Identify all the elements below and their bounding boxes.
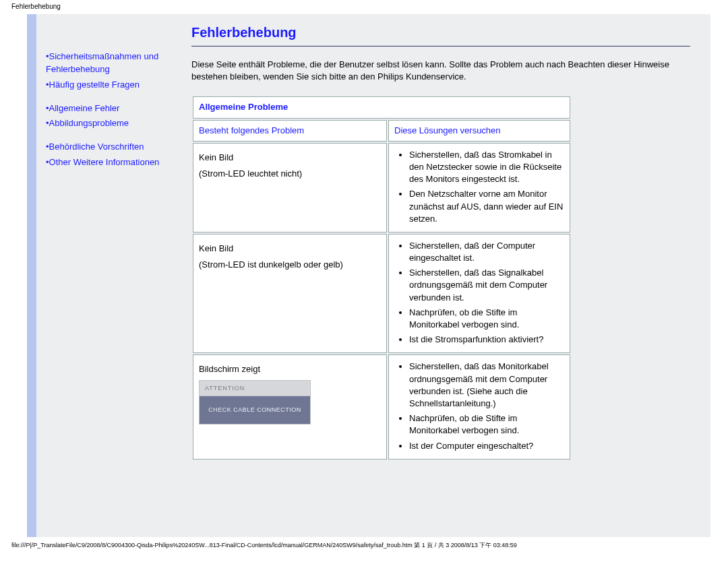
intro-paragraph: Diese Seite enthält Probleme, die der Be… <box>191 59 690 83</box>
solution-item: Ist die Stromsparfunktion aktiviert? <box>409 334 564 346</box>
sidebar-nav: •Sicherheitsmaßnahmen und Fehlerbehebung… <box>46 48 187 172</box>
solution-item: Sicherstellen, daß das Stromkabel in den… <box>409 149 564 186</box>
table-row: Kein Bild (Strom-LED ist dunkelgelb oder… <box>193 234 570 354</box>
sidebar-item-regulatory[interactable]: •Behördliche Vorschriften <box>46 141 187 154</box>
sidebar-item-other-info[interactable]: •Other Weitere Informationen <box>46 156 187 169</box>
title-divider <box>191 46 690 46</box>
page-title: Fehlerbehebung <box>191 25 690 40</box>
sidebar-item-label: Häufig gestellte Fragen <box>49 80 140 90</box>
solution-cell: Sicherstellen, daß das Monitorkabel ordn… <box>388 354 570 459</box>
problem-text: (Strom-LED ist dunkelgelb oder gelb) <box>199 259 381 271</box>
table-col-head-solution: Diese Lösungen versuchen <box>388 120 570 142</box>
solution-item: Den Netzschalter vorne am Monitor zunäch… <box>409 188 564 225</box>
table-section-title: Allgemeine Probleme <box>193 96 570 118</box>
sidebar-item-safety[interactable]: •Sicherheitsmaßnahmen und Fehlerbehebung <box>46 51 187 76</box>
sidebar-item-label: Sicherheitsmaßnahmen und Fehlerbehebung <box>46 51 158 74</box>
page-body: •Sicherheitsmaßnahmen und Fehlerbehebung… <box>36 14 710 537</box>
solution-item: Sicherstellen, daß der Computer eingesch… <box>409 240 564 264</box>
problem-cell: Kein Bild (Strom-LED ist dunkelgelb oder… <box>193 234 387 354</box>
footer-path: file:///P|/P_TranslateFile/C9/2008/8/C90… <box>0 537 728 554</box>
osd-attention-box: ATTENTION CHECK CABLE CONNECTION <box>199 380 311 425</box>
problems-table: Allgemeine Probleme Besteht folgendes Pr… <box>191 95 572 460</box>
osd-attention-header: ATTENTION <box>199 380 311 396</box>
main-content: Fehlerbehebung Diese Seite enthält Probl… <box>191 25 690 461</box>
solution-item: Sicherstellen, daß das Monitorkabel ordn… <box>409 361 564 410</box>
solution-cell: Sicherstellen, daß das Stromkabel in den… <box>388 143 570 232</box>
problem-text: (Strom-LED leuchtet nicht) <box>199 168 381 180</box>
problem-cell: Kein Bild (Strom-LED leuchtet nicht) <box>193 143 387 232</box>
osd-attention-message: CHECK CABLE CONNECTION <box>199 396 311 425</box>
table-row: Bildschirm zeigt ATTENTION CHECK CABLE C… <box>193 354 570 459</box>
sidebar-item-image-problems[interactable]: •Abbildungsprobleme <box>46 117 187 130</box>
page-header-title: Fehlerbehebung <box>0 0 728 10</box>
problem-text: Kein Bild <box>199 243 381 255</box>
solution-cell: Sicherstellen, daß der Computer eingesch… <box>388 234 570 354</box>
left-accent-strip <box>27 14 36 537</box>
table-col-head-problem: Besteht folgendes Problem <box>193 120 387 142</box>
solution-item: Nachprüfen, ob die Stifte im Monitorkabe… <box>409 412 564 437</box>
sidebar-item-label: Behördliche Vorschriften <box>49 142 144 152</box>
sidebar-item-general-errors[interactable]: •Allgemeine Fehler <box>46 102 187 115</box>
solution-item: Sicherstellen, daß das Signalkabel ordnu… <box>409 267 564 304</box>
sidebar-item-label: Abbildungsprobleme <box>49 118 129 128</box>
problem-text: Bildschirm zeigt <box>199 363 381 375</box>
sidebar-item-label: Other Weitere Informationen <box>49 157 160 167</box>
solution-item: Nachprüfen, ob die Stifte im Monitorkabe… <box>409 307 564 331</box>
problem-cell: Bildschirm zeigt ATTENTION CHECK CABLE C… <box>193 354 387 459</box>
sidebar-item-label: Allgemeine Fehler <box>49 103 120 113</box>
table-row: Kein Bild (Strom-LED leuchtet nicht) Sic… <box>193 143 570 232</box>
problem-text: Kein Bild <box>199 152 381 164</box>
sidebar-item-faq[interactable]: •Häufig gestellte Fragen <box>46 79 187 92</box>
page-outer: •Sicherheitsmaßnahmen und Fehlerbehebung… <box>0 14 728 537</box>
solution-item: Ist der Computer eingeschaltet? <box>409 440 564 452</box>
